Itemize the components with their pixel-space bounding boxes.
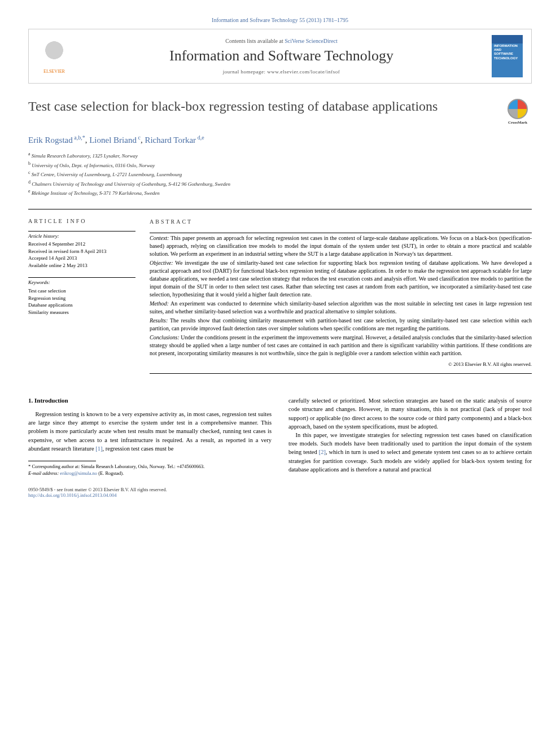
abstract-heading: ABSTRACT [150, 218, 532, 226]
abstract-conclusions: Under the conditions present in the expe… [150, 334, 532, 356]
intro-p1b: , regression test cases must be [102, 445, 173, 452]
issn-copyright-line: 0950-5849/$ - see front matter © 2013 El… [28, 487, 167, 492]
abstract-results-label: Results: [150, 317, 168, 324]
journal-cover-thumbnail[interactable]: INFORMATION AND SOFTWARE TECHNOLOGY [492, 35, 523, 77]
abstract-method: An experiment was conducted to determine… [150, 300, 532, 314]
contents-prefix: Contents lists available at [225, 38, 285, 44]
affiliation-d: Chalmers University of Technology and Un… [32, 181, 230, 187]
publisher-logo[interactable]: ELSEVIER [37, 39, 71, 74]
citation-header: Information and Software Technology 55 (… [28, 17, 532, 23]
keyword-item: Database applications [28, 302, 135, 309]
keywords-label: Keywords: [28, 279, 135, 286]
publisher-name: ELSEVIER [37, 69, 71, 74]
email-suffix: (E. Rogstad). [97, 470, 124, 476]
affiliation-a: Simula Research Laboratory, 1325 Lysaker… [32, 153, 138, 159]
citation-ref-1[interactable]: [1] [95, 445, 102, 452]
cover-text: INFORMATION AND SOFTWARE TECHNOLOGY [494, 44, 520, 60]
crossmark-icon [508, 99, 528, 119]
affiliations: a Simula Research Laboratory, 1325 Lysak… [28, 151, 532, 198]
homepage-url[interactable]: www.elsevier.com/locate/infsof [267, 69, 340, 75]
elsevier-tree-icon [40, 39, 68, 67]
abstract: ABSTRACT Context: This paper presents an… [150, 218, 532, 383]
abstract-results: The results show that combining similari… [150, 317, 532, 331]
abstract-context-label: Context: [150, 235, 169, 241]
authors-list: Erik Rogstad a,b,*, Lionel Briand c, Ric… [28, 134, 532, 145]
affiliation-e: Blekinge Institute of Technology, S-371 … [32, 190, 160, 196]
abstract-objective: We investigate the use of similarity-bas… [150, 260, 532, 298]
accepted-date: Accepted 14 April 2013 [28, 255, 135, 262]
abstract-objective-label: Objective: [150, 260, 173, 266]
revised-date: Received in revised form 8 April 2013 [28, 248, 135, 255]
article-title: Test case selection for black-box regres… [28, 98, 492, 115]
column-left: 1. Introduction Regression testing is kn… [28, 396, 272, 477]
article-body: 1. Introduction Regression testing is kn… [28, 396, 532, 477]
homepage-prefix: journal homepage: [223, 69, 267, 75]
corr-author-text: * Corresponding author at: Simula Resear… [28, 464, 272, 470]
author-email-link[interactable]: erikrog@simula.no [60, 470, 97, 476]
intro-p2: carefully selected or prioritized. Most … [288, 396, 532, 431]
keyword-item: Similarity measures [28, 309, 135, 316]
online-date: Available online 2 May 2013 [28, 262, 135, 269]
affiliation-b: University of Oslo, Dept. of Informatics… [32, 163, 155, 168]
journal-header: ELSEVIER Contents lists available at Sci… [28, 29, 532, 84]
received-date: Received 4 September 2012 [28, 241, 135, 248]
keyword-item: Regression testing [28, 295, 135, 302]
doi-link[interactable]: http://dx.doi.org/10.1016/j.infsof.2013.… [28, 492, 116, 498]
crossmark-badge[interactable]: CrossMark [504, 98, 532, 126]
journal-title: Information and Software Technology [71, 47, 492, 64]
history-label: Article history: [28, 233, 135, 240]
section-heading-intro: 1. Introduction [28, 396, 272, 405]
affiliation-c: SnT Centre, University of Luxembourg, L-… [32, 172, 182, 177]
abstract-copyright: © 2013 Elsevier B.V. All rights reserved… [150, 361, 532, 368]
crossmark-label: CrossMark [508, 120, 527, 125]
article-info-heading: ARTICLE INFO [28, 218, 135, 224]
article-info-sidebar: ARTICLE INFO Article history: Received 4… [28, 218, 150, 383]
email-label: E-mail address: [28, 470, 59, 476]
footer-metadata: 0950-5849/$ - see front matter © 2013 El… [28, 487, 532, 498]
corresponding-author-footnote: * Corresponding author at: Simula Resear… [28, 464, 272, 477]
sciencedirect-link[interactable]: SciVerse ScienceDirect [285, 38, 338, 44]
abstract-context: This paper presents an approach for sele… [150, 235, 532, 257]
abstract-method-label: Method: [150, 300, 169, 307]
citation-ref-2[interactable]: [2] [319, 449, 326, 455]
keyword-item: Test case selection [28, 287, 135, 295]
column-right: carefully selected or prioritized. Most … [288, 396, 532, 477]
abstract-conclusions-label: Conclusions: [150, 334, 180, 340]
